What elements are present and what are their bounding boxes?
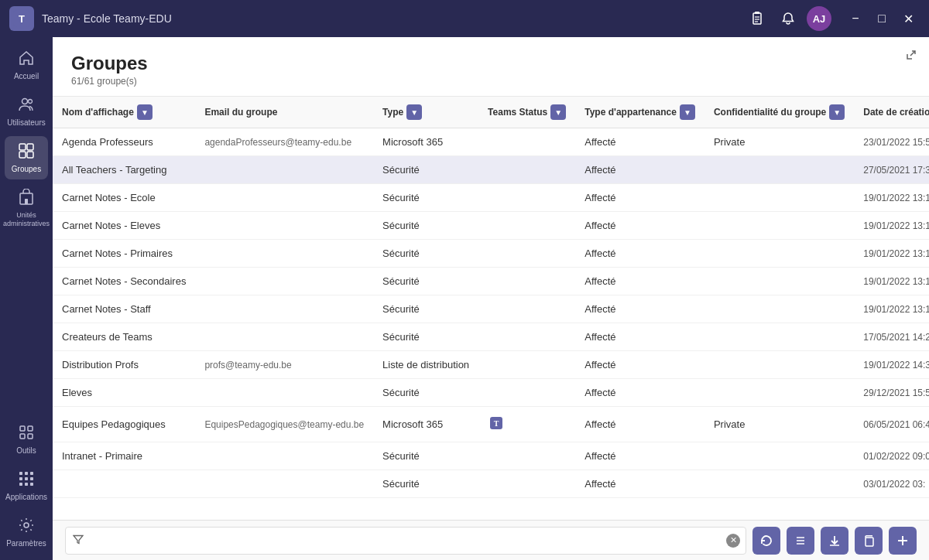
- sidebar-label-utilisateurs: Utilisateurs: [7, 118, 45, 127]
- table-row[interactable]: Carnet Notes - Ecole Sécurité Affecté 19…: [53, 184, 929, 212]
- cell-date: 23/01/2022 15:5: [854, 128, 929, 156]
- sidebar-item-outils[interactable]: Outils: [5, 418, 48, 461]
- sidebar-item-unites[interactable]: Unitésadministratives: [5, 183, 48, 234]
- table-row[interactable]: Carnet Notes - Staff Sécurité Affecté 19…: [53, 295, 929, 323]
- cell-appartenance: Affecté: [575, 212, 704, 240]
- cell-date: 27/05/2021 17:3: [854, 156, 929, 184]
- cell-date: 19/01/2022 13:1: [854, 212, 929, 240]
- sidebar-label-outils: Outils: [16, 446, 36, 455]
- cell-type: Sécurité: [373, 212, 478, 240]
- svg-rect-35: [866, 538, 873, 546]
- user-avatar[interactable]: AJ: [807, 6, 831, 31]
- svg-rect-19: [19, 472, 22, 475]
- table-row[interactable]: Createurs de Teams Sécurité Affecté 17/0…: [53, 323, 929, 351]
- cell-email: [195, 323, 373, 351]
- table-row[interactable]: Carnet Notes - Primaires Sécurité Affect…: [53, 240, 929, 268]
- table-body: Agenda Professeurs agendaProfesseurs@tea…: [53, 128, 929, 498]
- cell-email: [195, 470, 373, 498]
- cell-email: [195, 240, 373, 268]
- cell-teams: [478, 442, 575, 470]
- cell-type: Sécurité: [373, 442, 478, 470]
- filter-input[interactable]: [65, 527, 746, 555]
- home-icon: [18, 50, 35, 69]
- col-header-teams: Teams Status ▼: [478, 97, 575, 128]
- col-header-appartenance: Type d'appartenance ▼: [575, 97, 704, 128]
- cell-date: 19/01/2022 13:1: [854, 240, 929, 268]
- cell-nom: Carnet Notes - Secondaires: [53, 268, 195, 295]
- svg-rect-23: [25, 477, 28, 480]
- svg-point-28: [24, 523, 29, 528]
- table-row[interactable]: All Teachers - Targeting Sécurité Affect…: [53, 156, 929, 184]
- cell-teams: [478, 351, 575, 379]
- svg-rect-21: [30, 472, 33, 475]
- cell-date: 19/01/2022 13:1: [854, 268, 929, 295]
- svg-rect-14: [25, 199, 28, 204]
- filter-type-button[interactable]: ▼: [406, 104, 422, 120]
- cell-date: 06/05/2021 06:4: [854, 407, 929, 442]
- cell-confidentialite: [704, 379, 854, 407]
- app-title: Teamy - Ecole Teamy-EDU: [42, 12, 745, 25]
- svg-rect-16: [28, 426, 33, 431]
- cell-appartenance: Affecté: [575, 184, 704, 212]
- table-container[interactable]: Nom d'affichage ▼ Email du groupe Type ▼: [53, 97, 929, 520]
- filter-confidentialite-button[interactable]: ▼: [829, 104, 845, 120]
- main-layout: Accueil Utilisateurs Groupes Unitésadmin…: [0, 37, 929, 560]
- cell-confidentialite: [704, 323, 854, 351]
- minimize-button[interactable]: −: [844, 7, 867, 30]
- table-row[interactable]: Distribution Profs profs@teamy-edu.be Li…: [53, 351, 929, 379]
- svg-rect-22: [19, 477, 22, 480]
- table-row[interactable]: Carnet Notes - Eleves Sécurité Affecté 1…: [53, 212, 929, 240]
- svg-rect-15: [20, 426, 25, 431]
- clipboard-button[interactable]: [745, 6, 770, 31]
- content-area: Groupes 61/61 groupe(s) Nom d'affichage …: [53, 37, 929, 560]
- expand-icon[interactable]: [906, 50, 917, 63]
- filter-appartenance-button[interactable]: ▼: [680, 104, 695, 120]
- cell-teams: [478, 268, 575, 295]
- table-row[interactable]: Equipes Pedagogiques EquipesPedagogiques…: [53, 407, 929, 442]
- cell-confidentialite: Private: [704, 128, 854, 156]
- table-row[interactable]: Agenda Professeurs agendaProfesseurs@tea…: [53, 128, 929, 156]
- cell-confidentialite: Private: [704, 407, 854, 442]
- sidebar-item-applications[interactable]: Applications: [5, 464, 48, 507]
- filter-icon: [73, 534, 84, 547]
- cell-type: Sécurité: [373, 268, 478, 295]
- filter-teams-button[interactable]: ▼: [550, 104, 566, 120]
- close-button[interactable]: ✕: [896, 7, 920, 30]
- bell-button[interactable]: [776, 6, 800, 31]
- add-button[interactable]: [889, 527, 917, 555]
- cell-appartenance: Affecté: [575, 470, 704, 498]
- cell-email: [195, 379, 373, 407]
- cell-email: [195, 184, 373, 212]
- list-view-button[interactable]: [787, 527, 814, 555]
- table-row[interactable]: Eleves Sécurité Affecté 29/12/2021 15:5: [53, 379, 929, 407]
- svg-text:T: T: [494, 419, 499, 428]
- cell-confidentialite: [704, 184, 854, 212]
- svg-rect-27: [30, 483, 33, 486]
- cell-confidentialite: [704, 268, 854, 295]
- table-row[interactable]: Carnet Notes - Secondaires Sécurité Affe…: [53, 268, 929, 295]
- sidebar-label-accueil: Accueil: [14, 72, 39, 80]
- cell-confidentialite: [704, 212, 854, 240]
- cell-teams: [478, 184, 575, 212]
- sidebar-item-utilisateurs[interactable]: Utilisateurs: [5, 90, 48, 133]
- sort-nom-button[interactable]: ▼: [137, 104, 153, 120]
- table-row[interactable]: Intranet - Primaire Sécurité Affecté 01/…: [53, 442, 929, 470]
- cell-nom: Distribution Profs: [53, 351, 195, 379]
- cell-type: Sécurité: [373, 240, 478, 268]
- cell-email: profs@teamy-edu.be: [195, 351, 373, 379]
- refresh-button[interactable]: [752, 527, 780, 555]
- table-row[interactable]: Sécurité Affecté 03/01/2022 03:: [53, 470, 929, 498]
- copy-button[interactable]: [855, 527, 883, 555]
- download-button[interactable]: [821, 527, 848, 555]
- cell-confidentialite: [704, 470, 854, 498]
- sidebar-item-accueil[interactable]: Accueil: [5, 43, 48, 87]
- clear-filter-button[interactable]: ✕: [726, 534, 740, 548]
- table-header: Nom d'affichage ▼ Email du groupe Type ▼: [53, 97, 929, 128]
- sidebar-item-groupes[interactable]: Groupes: [5, 136, 48, 179]
- cell-appartenance: Affecté: [575, 379, 704, 407]
- cell-appartenance: Affecté: [575, 156, 704, 184]
- maximize-button[interactable]: □: [870, 7, 893, 30]
- page-header: Groupes 61/61 groupe(s): [53, 37, 929, 97]
- cell-nom: Agenda Professeurs: [53, 128, 195, 156]
- sidebar-item-parametres[interactable]: Paramètres: [5, 510, 48, 554]
